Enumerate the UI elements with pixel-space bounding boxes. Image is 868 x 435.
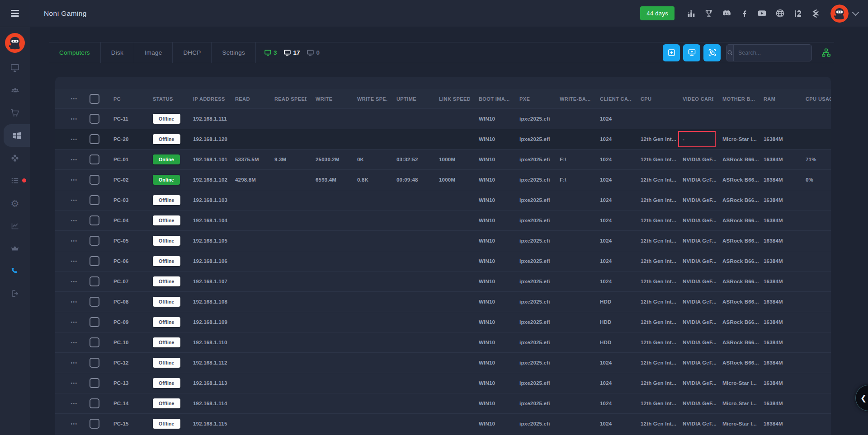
table-row[interactable]: •••PC-02Online192.168.1.1024298.8M6593.4… xyxy=(55,169,831,190)
days-remaining-button[interactable]: 44 days xyxy=(640,6,675,20)
brand-ninja-logo[interactable] xyxy=(5,33,25,53)
table-row[interactable]: •••PC-11Offline192.168.1.111WIN10ipxe202… xyxy=(55,108,831,129)
row-menu-button[interactable]: ••• xyxy=(71,218,77,223)
table-row[interactable]: •••PC-04Offline192.168.1.104WIN10ipxe202… xyxy=(55,210,831,230)
row-menu-button[interactable]: ••• xyxy=(71,117,77,122)
column-header[interactable]: UPTIME xyxy=(387,89,430,108)
row-checkbox[interactable] xyxy=(90,297,99,307)
table-row[interactable]: •••PC-01Online192.168.1.10153375.5M9.3M2… xyxy=(55,149,831,169)
sidebar-item-logout[interactable] xyxy=(0,282,30,305)
table-row[interactable]: •••PC-13Offline192.168.1.113WIN10ipxe202… xyxy=(55,373,831,393)
row-checkbox[interactable] xyxy=(90,195,99,205)
row-checkbox[interactable] xyxy=(90,256,99,266)
add-button[interactable] xyxy=(663,44,680,61)
table-menu-icon[interactable]: ••• xyxy=(71,96,77,101)
row-menu-button[interactable]: ••• xyxy=(71,360,77,365)
table-row[interactable]: •••PC-03Offline192.168.1.103WIN10ipxe202… xyxy=(55,190,831,210)
sidebar-item-crown[interactable] xyxy=(0,237,30,260)
tab-computers[interactable]: Computers xyxy=(49,42,101,63)
column-header[interactable]: STATUS xyxy=(144,89,184,108)
row-checkbox[interactable] xyxy=(90,398,99,408)
column-header[interactable]: WRITE SPE... xyxy=(348,89,387,108)
tab-dhcp[interactable]: DHCP xyxy=(173,42,212,63)
sidebar-item-list[interactable] xyxy=(0,169,30,192)
table-row[interactable]: •••PC-15Offline192.168.1.115WIN10ipxe202… xyxy=(55,413,831,434)
column-header[interactable]: CLIENT CA... xyxy=(591,89,632,108)
row-menu-button[interactable]: ••• xyxy=(71,279,77,284)
select-all-checkbox[interactable] xyxy=(90,94,99,104)
i2-icon[interactable] xyxy=(793,9,803,19)
column-header[interactable]: LINK SPEED xyxy=(430,89,470,108)
column-header[interactable]: BOOT IMA... xyxy=(470,89,510,108)
deploy-image-button[interactable] xyxy=(703,44,721,61)
row-menu-button[interactable]: ••• xyxy=(71,178,77,182)
facebook-icon[interactable] xyxy=(740,9,749,18)
table-row[interactable]: •••PC-08Offline192.168.1.108WIN10ipxe202… xyxy=(55,291,831,312)
network-tree-icon[interactable] xyxy=(818,47,834,58)
column-header[interactable]: PC xyxy=(104,89,144,108)
tab-settings[interactable]: Settings xyxy=(212,42,255,63)
sidebar-item-chart[interactable] xyxy=(0,215,30,237)
table-row[interactable]: •••PC-05Offline192.168.1.105WIN10ipxe202… xyxy=(55,230,831,251)
row-menu-button[interactable]: ••• xyxy=(71,421,77,426)
avatar[interactable] xyxy=(830,5,849,23)
sidebar-item-users[interactable] xyxy=(0,79,30,102)
column-header[interactable]: RAM xyxy=(755,89,797,108)
row-checkbox[interactable] xyxy=(90,134,99,144)
column-header[interactable]: READ xyxy=(226,89,265,108)
row-checkbox[interactable] xyxy=(90,154,99,164)
column-header[interactable]: PXE xyxy=(510,89,551,108)
trophy-icon[interactable] xyxy=(704,9,714,19)
column-header[interactable]: VIDEO CARD xyxy=(674,89,713,108)
add-computer-button[interactable] xyxy=(683,44,700,61)
row-checkbox[interactable] xyxy=(90,337,99,347)
table-row[interactable]: •••PC-20Offline192.168.1.120WIN10ipxe202… xyxy=(55,129,831,149)
row-menu-button[interactable]: ••• xyxy=(71,259,77,264)
search-input[interactable] xyxy=(734,50,812,56)
column-header[interactable]: WRITE-BA... xyxy=(551,89,591,108)
chevron-down-icon[interactable] xyxy=(852,9,859,16)
column-header[interactable]: CPU xyxy=(632,89,674,108)
tab-disk[interactable]: Disk xyxy=(101,42,134,63)
row-menu-button[interactable]: ••• xyxy=(71,239,77,243)
table-row[interactable]: •••PC-09Offline192.168.1.109WIN10ipxe202… xyxy=(55,312,831,332)
youtube-icon[interactable] xyxy=(757,8,767,19)
row-menu-button[interactable]: ••• xyxy=(71,157,77,162)
globe-icon[interactable] xyxy=(775,8,785,19)
sidebar-item-gamepad[interactable] xyxy=(0,147,30,169)
column-header[interactable]: MOTHER B... xyxy=(713,89,755,108)
table-row[interactable]: •••PC-06Offline192.168.1.106WIN10ipxe202… xyxy=(55,251,831,271)
row-checkbox[interactable] xyxy=(90,215,99,225)
sidebar-item-cart[interactable] xyxy=(0,102,30,124)
column-header[interactable]: IP ADDRESS xyxy=(184,89,226,108)
row-menu-button[interactable]: ••• xyxy=(71,299,77,304)
row-checkbox[interactable] xyxy=(90,378,99,388)
row-checkbox[interactable] xyxy=(90,236,99,246)
column-header[interactable]: READ SPEED xyxy=(265,89,307,108)
row-menu-button[interactable]: ••• xyxy=(71,401,77,406)
row-menu-button[interactable]: ••• xyxy=(71,198,77,203)
table-row[interactable]: •••PC-12Offline192.168.1.112WIN10ipxe202… xyxy=(55,352,831,373)
row-checkbox[interactable] xyxy=(90,317,99,327)
table-row[interactable]: •••PC-10Offline192.168.1.110WIN10ipxe202… xyxy=(55,332,831,352)
sidebar-item-phone[interactable] xyxy=(0,260,30,282)
row-checkbox[interactable] xyxy=(90,419,99,429)
row-checkbox[interactable] xyxy=(90,358,99,368)
table-row[interactable]: •••PC-07Offline192.168.1.107WIN10ipxe202… xyxy=(55,271,831,291)
row-checkbox[interactable] xyxy=(90,114,99,124)
table-row[interactable]: •••PC-14Offline192.168.1.114WIN10ipxe202… xyxy=(55,393,831,413)
row-menu-button[interactable]: ••• xyxy=(71,137,77,142)
column-header[interactable]: CPU USAG... xyxy=(797,89,831,108)
ranking-icon[interactable] xyxy=(686,9,696,19)
discord-icon[interactable] xyxy=(722,8,732,19)
sidebar-item-gear[interactable]: ⚙ xyxy=(0,192,30,215)
row-checkbox[interactable] xyxy=(90,175,99,185)
sidebar-item-windows[interactable] xyxy=(4,124,30,147)
row-menu-button[interactable]: ••• xyxy=(71,320,77,325)
tab-image[interactable]: Image xyxy=(134,42,173,63)
row-menu-button[interactable]: ••• xyxy=(71,340,77,345)
column-header[interactable]: WRITE xyxy=(307,89,348,108)
hamburger-menu-button[interactable] xyxy=(8,7,22,19)
row-checkbox[interactable] xyxy=(90,276,99,286)
sidebar-item-monitor[interactable] xyxy=(0,56,30,79)
